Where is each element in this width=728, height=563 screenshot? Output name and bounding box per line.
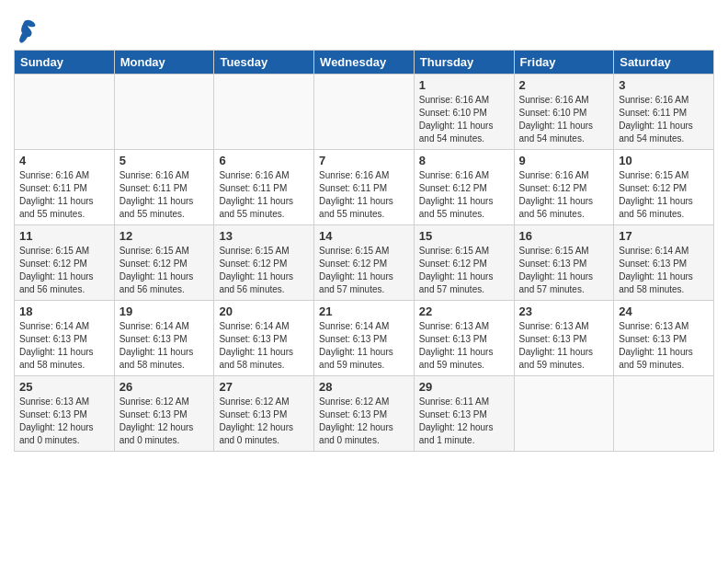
day-info: Sunrise: 6:14 AM Sunset: 6:13 PM Dayligh… (19, 320, 109, 372)
day-number: 22 (419, 304, 509, 318)
calendar-cell: 28Sunrise: 6:12 AM Sunset: 6:13 PM Dayli… (314, 376, 415, 452)
day-number: 15 (419, 229, 509, 243)
calendar-header: SundayMondayTuesdayWednesdayThursdayFrid… (15, 51, 714, 75)
day-info: Sunrise: 6:14 AM Sunset: 6:13 PM Dayligh… (119, 320, 210, 372)
day-info: Sunrise: 6:16 AM Sunset: 6:11 PM Dayligh… (219, 169, 309, 221)
day-number: 23 (519, 304, 609, 318)
weekday-header-monday: Monday (114, 51, 214, 75)
day-number: 6 (219, 154, 309, 167)
day-info: Sunrise: 6:16 AM Sunset: 6:12 PM Dayligh… (419, 169, 509, 221)
day-info: Sunrise: 6:11 AM Sunset: 6:13 PM Dayligh… (419, 396, 509, 447)
day-number: 4 (19, 154, 109, 167)
day-info: Sunrise: 6:12 AM Sunset: 6:13 PM Dayligh… (319, 396, 409, 447)
day-number: 12 (119, 229, 210, 243)
calendar-cell: 18Sunrise: 6:14 AM Sunset: 6:13 PM Dayli… (15, 301, 115, 376)
calendar-cell: 12Sunrise: 6:15 AM Sunset: 6:12 PM Dayli… (114, 225, 214, 301)
weekday-header-thursday: Thursday (414, 51, 514, 75)
weekday-header-wednesday: Wednesday (314, 51, 415, 75)
logo (14, 17, 37, 44)
day-number: 7 (319, 154, 409, 167)
day-info: Sunrise: 6:13 AM Sunset: 6:13 PM Dayligh… (419, 320, 509, 372)
day-info: Sunrise: 6:15 AM Sunset: 6:12 PM Dayligh… (119, 245, 210, 296)
calendar-cell: 25Sunrise: 6:13 AM Sunset: 6:13 PM Dayli… (15, 376, 115, 452)
day-info: Sunrise: 6:12 AM Sunset: 6:13 PM Dayligh… (119, 396, 210, 447)
day-info: Sunrise: 6:15 AM Sunset: 6:13 PM Dayligh… (519, 245, 609, 296)
calendar-week-4: 18Sunrise: 6:14 AM Sunset: 6:13 PM Dayli… (15, 301, 714, 376)
calendar-cell (15, 75, 115, 150)
day-info: Sunrise: 6:13 AM Sunset: 6:13 PM Dayligh… (519, 320, 609, 372)
calendar-week-3: 11Sunrise: 6:15 AM Sunset: 6:12 PM Dayli… (15, 225, 714, 301)
day-number: 27 (219, 380, 309, 394)
day-number: 25 (19, 380, 109, 394)
day-info: Sunrise: 6:16 AM Sunset: 6:11 PM Dayligh… (119, 169, 210, 221)
day-number: 2 (519, 78, 609, 92)
weekday-header-friday: Friday (514, 51, 614, 75)
day-info: Sunrise: 6:13 AM Sunset: 6:13 PM Dayligh… (619, 320, 709, 372)
day-info: Sunrise: 6:16 AM Sunset: 6:10 PM Dayligh… (519, 94, 609, 145)
page-header (14, 9, 714, 44)
calendar-table: SundayMondayTuesdayWednesdayThursdayFrid… (14, 50, 714, 452)
day-number: 9 (519, 154, 609, 167)
day-number: 26 (119, 380, 210, 394)
calendar-cell: 27Sunrise: 6:12 AM Sunset: 6:13 PM Dayli… (214, 376, 314, 452)
day-number: 8 (419, 154, 509, 167)
calendar-cell: 26Sunrise: 6:12 AM Sunset: 6:13 PM Dayli… (114, 376, 214, 452)
day-info: Sunrise: 6:12 AM Sunset: 6:13 PM Dayligh… (219, 396, 309, 447)
day-info: Sunrise: 6:16 AM Sunset: 6:12 PM Dayligh… (519, 169, 609, 221)
day-info: Sunrise: 6:14 AM Sunset: 6:13 PM Dayligh… (619, 245, 709, 296)
calendar-week-5: 25Sunrise: 6:13 AM Sunset: 6:13 PM Dayli… (15, 376, 714, 452)
day-info: Sunrise: 6:15 AM Sunset: 6:12 PM Dayligh… (19, 245, 109, 296)
weekday-header-sunday: Sunday (15, 51, 115, 75)
day-number: 5 (119, 154, 210, 167)
calendar-cell: 24Sunrise: 6:13 AM Sunset: 6:13 PM Dayli… (614, 301, 714, 376)
calendar-cell (214, 75, 314, 150)
day-info: Sunrise: 6:13 AM Sunset: 6:13 PM Dayligh… (19, 396, 109, 447)
calendar-cell: 3Sunrise: 6:16 AM Sunset: 6:11 PM Daylig… (614, 75, 714, 150)
calendar-cell: 14Sunrise: 6:15 AM Sunset: 6:12 PM Dayli… (314, 225, 415, 301)
calendar-cell: 5Sunrise: 6:16 AM Sunset: 6:11 PM Daylig… (114, 150, 214, 225)
day-number: 24 (619, 304, 709, 318)
calendar-week-1: 1Sunrise: 6:16 AM Sunset: 6:10 PM Daylig… (15, 75, 714, 150)
day-info: Sunrise: 6:16 AM Sunset: 6:11 PM Dayligh… (619, 94, 709, 145)
day-number: 16 (519, 229, 609, 243)
day-info: Sunrise: 6:16 AM Sunset: 6:11 PM Dayligh… (319, 169, 409, 221)
calendar-cell: 23Sunrise: 6:13 AM Sunset: 6:13 PM Dayli… (514, 301, 614, 376)
calendar-cell: 20Sunrise: 6:14 AM Sunset: 6:13 PM Dayli… (214, 301, 314, 376)
day-number: 14 (319, 229, 409, 243)
day-info: Sunrise: 6:15 AM Sunset: 6:12 PM Dayligh… (219, 245, 309, 296)
calendar-cell: 9Sunrise: 6:16 AM Sunset: 6:12 PM Daylig… (514, 150, 614, 225)
weekday-header-saturday: Saturday (614, 51, 714, 75)
calendar-cell: 21Sunrise: 6:14 AM Sunset: 6:13 PM Dayli… (314, 301, 415, 376)
day-info: Sunrise: 6:14 AM Sunset: 6:13 PM Dayligh… (319, 320, 409, 372)
day-info: Sunrise: 6:16 AM Sunset: 6:10 PM Dayligh… (419, 94, 509, 145)
calendar-cell: 8Sunrise: 6:16 AM Sunset: 6:12 PM Daylig… (414, 150, 514, 225)
day-number: 21 (319, 304, 409, 318)
day-number: 18 (19, 304, 109, 318)
calendar-cell: 11Sunrise: 6:15 AM Sunset: 6:12 PM Dayli… (15, 225, 115, 301)
weekday-header-tuesday: Tuesday (214, 51, 314, 75)
calendar-cell: 22Sunrise: 6:13 AM Sunset: 6:13 PM Dayli… (414, 301, 514, 376)
calendar-cell: 10Sunrise: 6:15 AM Sunset: 6:12 PM Dayli… (614, 150, 714, 225)
day-number: 28 (319, 380, 409, 394)
day-number: 1 (419, 78, 509, 92)
day-number: 19 (119, 304, 210, 318)
calendar-cell: 13Sunrise: 6:15 AM Sunset: 6:12 PM Dayli… (214, 225, 314, 301)
logo-bird-icon (17, 18, 37, 44)
calendar-cell: 16Sunrise: 6:15 AM Sunset: 6:13 PM Dayli… (514, 225, 614, 301)
calendar-cell: 29Sunrise: 6:11 AM Sunset: 6:13 PM Dayli… (414, 376, 514, 452)
day-number: 29 (419, 380, 509, 394)
day-info: Sunrise: 6:15 AM Sunset: 6:12 PM Dayligh… (419, 245, 509, 296)
calendar-cell: 7Sunrise: 6:16 AM Sunset: 6:11 PM Daylig… (314, 150, 415, 225)
calendar-cell: 15Sunrise: 6:15 AM Sunset: 6:12 PM Dayli… (414, 225, 514, 301)
day-info: Sunrise: 6:16 AM Sunset: 6:11 PM Dayligh… (19, 169, 109, 221)
calendar-cell: 1Sunrise: 6:16 AM Sunset: 6:10 PM Daylig… (414, 75, 514, 150)
day-number: 13 (219, 229, 309, 243)
day-info: Sunrise: 6:14 AM Sunset: 6:13 PM Dayligh… (219, 320, 309, 372)
calendar-cell (114, 75, 214, 150)
day-info: Sunrise: 6:15 AM Sunset: 6:12 PM Dayligh… (619, 169, 709, 221)
calendar-cell: 4Sunrise: 6:16 AM Sunset: 6:11 PM Daylig… (15, 150, 115, 225)
calendar-cell (614, 376, 714, 452)
day-info: Sunrise: 6:15 AM Sunset: 6:12 PM Dayligh… (319, 245, 409, 296)
day-number: 20 (219, 304, 309, 318)
calendar-cell: 19Sunrise: 6:14 AM Sunset: 6:13 PM Dayli… (114, 301, 214, 376)
